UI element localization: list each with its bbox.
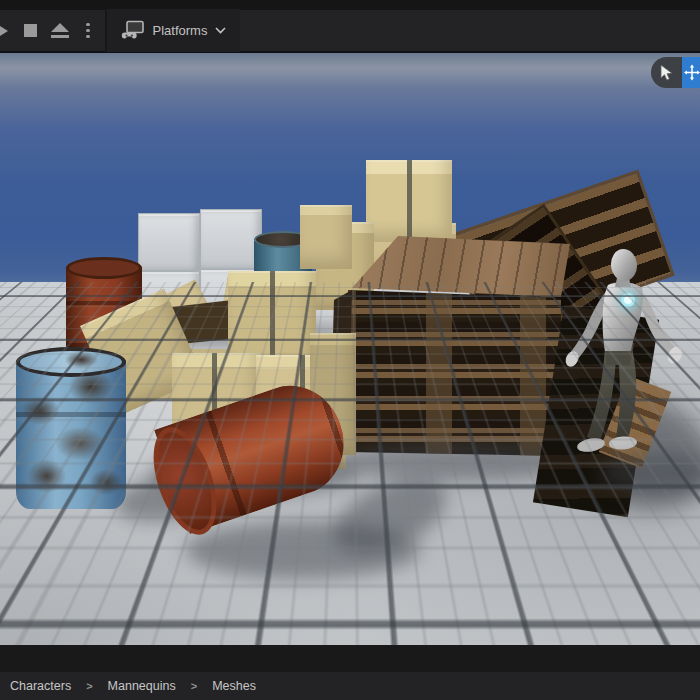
select-tool-button[interactable]: [651, 57, 682, 88]
breadcrumb-separator: >: [191, 680, 197, 692]
chevron-down-icon: [215, 27, 226, 34]
main-toolbar: Platforms: [0, 10, 700, 53]
more-options-button[interactable]: [69, 23, 90, 39]
breadcrumb-separator: >: [86, 680, 92, 692]
eject-button[interactable]: [37, 23, 69, 38]
mannequin[interactable]: [558, 247, 690, 465]
pallet-stack-face: [330, 290, 572, 460]
breadcrumb: Characters > Mannequins > Meshes: [0, 672, 700, 700]
stop-icon: [24, 24, 37, 37]
level-viewport[interactable]: [0, 53, 700, 645]
cursor-arrow-icon: [659, 64, 674, 81]
wooden-pallet-stack[interactable]: [330, 235, 572, 463]
breadcrumb-item-characters[interactable]: Characters: [10, 679, 71, 693]
blue-barrel[interactable]: [16, 347, 126, 509]
cardboard-box[interactable]: [366, 160, 452, 242]
platforms-dropdown[interactable]: Platforms: [107, 9, 241, 52]
platforms-label: Platforms: [153, 23, 208, 38]
move-tool-button[interactable]: [682, 57, 700, 88]
gizmo-toolbar: [651, 57, 700, 88]
mannequin-head: [609, 248, 638, 283]
play-button[interactable]: [0, 23, 8, 39]
eject-icon: [51, 23, 69, 38]
red-barrel-lying[interactable]: [142, 415, 357, 565]
breadcrumb-item-meshes[interactable]: Meshes: [212, 679, 256, 693]
breadcrumb-item-mannequins[interactable]: Mannequins: [108, 679, 176, 693]
mannequin-right-arm: [637, 291, 677, 357]
unreal-editor-window: Platforms: [0, 0, 700, 700]
stop-button[interactable]: [8, 24, 37, 37]
kebab-menu-icon: [86, 23, 90, 39]
viewport-bottom-gap: [0, 645, 700, 672]
cardboard-box[interactable]: [300, 205, 352, 269]
platforms-device-icon: [121, 20, 145, 41]
move-arrows-icon: [684, 63, 700, 82]
play-icon: [0, 23, 8, 39]
